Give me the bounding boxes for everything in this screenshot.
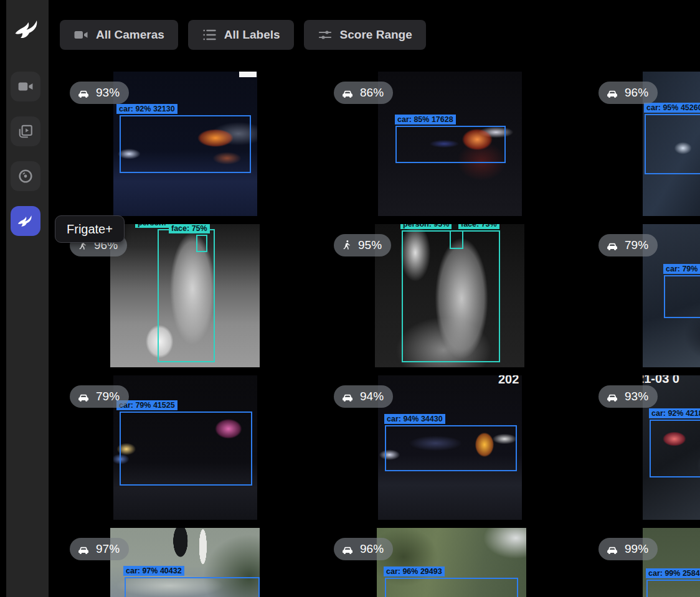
score-badge: 79% (598, 234, 658, 256)
snapshot-cell[interactable]: car: 79% 4152579% (60, 375, 324, 520)
snapshot-cell[interactable]: car: 85% 1762886% (324, 72, 588, 216)
car-icon (341, 87, 354, 100)
score-badge: 94% (334, 385, 393, 408)
score-badge: 96% (598, 82, 658, 104)
score-badge: 79% (70, 385, 129, 408)
sidebar-item-frigate-plus[interactable] (11, 206, 40, 236)
car-icon (606, 87, 619, 100)
snapshot-image[interactable]: car: 94% 34430202 (378, 375, 522, 520)
score-value: 96% (360, 542, 384, 556)
snapshot-cell[interactable]: car: 97% 4043297% (60, 528, 324, 597)
snapshot-cell[interactable]: person: 96%face: 75%96% (60, 224, 324, 369)
car-icon (77, 390, 90, 403)
detection-label: car: 95% 45260 (644, 103, 700, 113)
car-bounding-box (650, 420, 700, 477)
score-value: 79% (625, 238, 648, 252)
snapshot-image[interactable]: car: 97% 40432 (110, 528, 260, 597)
car-bounding-box (120, 411, 252, 486)
car-bounding-box (385, 425, 517, 471)
car-icon (77, 87, 90, 100)
car-bounding-box (120, 115, 251, 173)
score-value: 86% (360, 86, 384, 100)
person-bounding-box (196, 235, 207, 252)
snapshot-image[interactable]: person: 96%face: 75% (110, 224, 260, 367)
score-badge: 96% (334, 538, 393, 560)
frigate-plus-tooltip: Frigate+ (55, 215, 125, 243)
list-icon (202, 27, 217, 42)
snapshot-cell[interactable]: car: 92% 3213093% (60, 72, 324, 216)
person-icon (341, 240, 352, 251)
detection-label: car: 85% 17628 (395, 115, 456, 125)
all-cameras-button[interactable]: All Cameras (60, 20, 178, 50)
snapshot-cell[interactable]: car: 96% 2949396% (324, 528, 588, 597)
frigate-bird-icon (12, 14, 42, 45)
snapshot-cell[interactable]: car: 92% 42186021-03 093% (589, 375, 700, 520)
disc-icon (17, 168, 34, 184)
detection-label: car: 79% (663, 264, 700, 274)
snapshot-image[interactable]: car: 96% 29493 (377, 528, 526, 597)
car-icon (606, 543, 619, 556)
score-badge: 95% (334, 234, 391, 256)
sliders-icon (318, 27, 333, 42)
score-value: 93% (625, 390, 648, 403)
car-bounding-box (664, 275, 700, 318)
score-badge: 86% (334, 82, 393, 104)
car-icon (341, 543, 354, 556)
snapshot-cell[interactable]: car: 79%79% (589, 224, 700, 369)
snapshot-cell[interactable]: person: 95%face: 73%95% (324, 224, 588, 369)
car-bounding-box (385, 578, 518, 597)
score-badge: 93% (598, 385, 658, 408)
sidebar-item-export[interactable] (11, 161, 40, 191)
detection-label: person: 95% (400, 224, 452, 229)
detection-label: car: 97% 40432 (123, 566, 184, 576)
score-badge: 97% (70, 538, 129, 560)
filter-bar: All Cameras All Labels Score Range (60, 20, 426, 50)
detection-label: face: 75% (169, 224, 210, 233)
score-value: 97% (96, 542, 120, 556)
score-value: 96% (625, 86, 648, 100)
car-bounding-box (645, 114, 700, 174)
all-labels-button[interactable]: All Labels (188, 20, 294, 50)
snapshot-cell[interactable]: car: 99% 2584199% (589, 528, 700, 597)
snapshot-image[interactable]: car: 79% 41525 (113, 375, 257, 520)
review-icon (17, 123, 34, 139)
snapshot-image[interactable]: car: 85% 17628 (378, 72, 522, 216)
frigate-logo (12, 14, 42, 45)
score-value: 94% (360, 390, 384, 403)
score-badge: 93% (70, 82, 129, 104)
detection-label: car: 92% 32130 (116, 104, 177, 114)
snapshot-image[interactable]: car: 99% 25841 (643, 528, 700, 597)
snapshot-cell[interactable]: car: 94% 3443020294% (324, 375, 588, 520)
car-icon (606, 390, 619, 403)
score-value: 95% (358, 238, 382, 252)
score-value: 93% (96, 86, 120, 100)
person-bounding-box (402, 230, 500, 362)
frigate-bird-icon (16, 212, 35, 230)
car-icon (606, 239, 619, 252)
person-bounding-box (450, 230, 463, 249)
score-value: 99% (625, 542, 648, 556)
sidebar (0, 0, 50, 597)
detection-label: car: 96% 29493 (384, 566, 445, 576)
score-badge: 99% (598, 538, 658, 560)
detection-label: car: 99% 25841 (646, 568, 700, 578)
window-edge (0, 0, 6, 597)
timestamp-fragment (239, 72, 257, 77)
video-camera-icon (73, 27, 88, 42)
snapshot-image[interactable]: person: 95%face: 73% (375, 224, 524, 367)
score-range-button[interactable]: Score Range (304, 20, 426, 50)
car-bounding-box (646, 580, 700, 597)
snapshot-image[interactable]: car: 92% 32130 (113, 72, 257, 216)
all-cameras-label: All Cameras (96, 28, 164, 42)
car-icon (341, 390, 354, 403)
detection-label: car: 92% 42186 (649, 408, 700, 418)
score-range-label: Score Range (340, 28, 412, 42)
camera-timestamp: 021-03 0 (643, 375, 679, 386)
detection-label: face: 73% (458, 224, 499, 229)
car-icon (77, 543, 90, 556)
sidebar-item-live[interactable] (11, 72, 40, 101)
snapshot-cell[interactable]: car: 95% 4526096% (589, 72, 700, 216)
detection-label: car: 94% 34430 (384, 414, 445, 424)
sidebar-item-review[interactable] (11, 116, 40, 146)
tooltip-label: Frigate+ (67, 222, 113, 237)
